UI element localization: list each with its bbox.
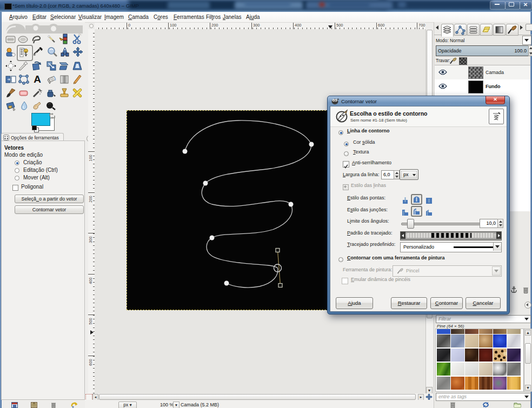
svg-text:A: A xyxy=(34,73,41,84)
